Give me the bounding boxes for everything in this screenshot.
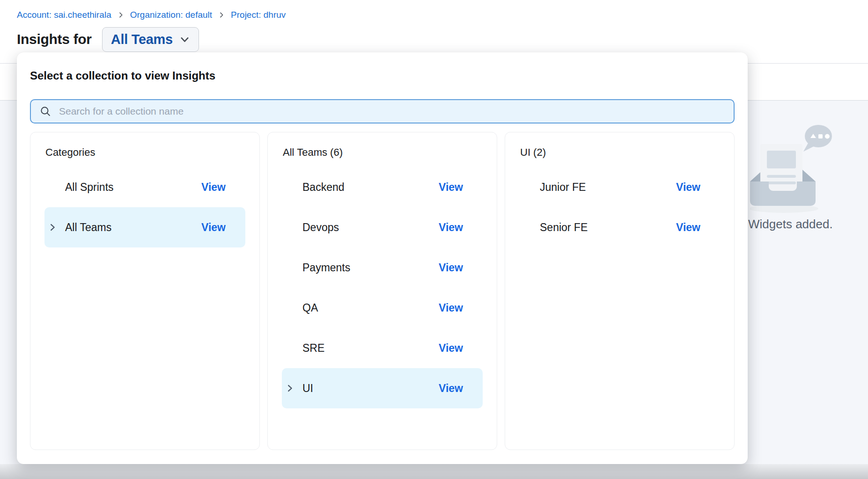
collection-name: Senior FE: [540, 221, 588, 234]
list-item-senior-fe[interactable]: Senior FE View: [519, 207, 720, 247]
collection-picker-modal: Select a collection to view Insights Cat…: [17, 52, 748, 464]
modal-title: Select a collection to view Insights: [30, 69, 735, 82]
list-item-junior-fe[interactable]: Junior FE View: [519, 167, 720, 207]
chevron-right-icon: [47, 222, 58, 232]
view-link[interactable]: View: [676, 181, 700, 194]
view-link[interactable]: View: [439, 302, 463, 314]
collection-name: Backend: [302, 181, 345, 194]
page-title: Insights for: [17, 31, 92, 47]
view-link[interactable]: View: [439, 181, 463, 194]
list-item-qa[interactable]: QA View: [282, 288, 483, 328]
collection-name: All Sprints: [65, 181, 114, 194]
collection-name: Devops: [302, 221, 339, 234]
chevron-right-icon: [117, 11, 125, 19]
panel-title: UI (2): [505, 146, 734, 159]
collection-name: SRE: [302, 342, 324, 355]
breadcrumb-project[interactable]: Project: dhruv: [231, 10, 286, 20]
collection-name: Junior FE: [540, 181, 586, 194]
view-link[interactable]: View: [439, 261, 463, 274]
page-bottom-edge: [0, 464, 868, 479]
panel-title: Categories: [30, 146, 259, 159]
view-link[interactable]: View: [439, 382, 463, 395]
collection-selector-button[interactable]: All Teams: [102, 27, 199, 52]
list-item-all-teams[interactable]: All Teams View: [44, 207, 245, 247]
view-link[interactable]: View: [201, 181, 226, 194]
chevron-right-icon: [218, 11, 225, 19]
speech-bubble-icon: [803, 125, 832, 152]
panel-categories: Categories All Sprints View All Teams Vi…: [30, 132, 260, 450]
search-input[interactable]: [59, 106, 725, 117]
view-link[interactable]: View: [439, 342, 463, 355]
panel-ui: UI (2) Junior FE View Senior FE View: [505, 132, 735, 450]
list-item-backend[interactable]: Backend View: [282, 167, 483, 207]
view-link[interactable]: View: [201, 221, 226, 234]
collection-name: QA: [302, 302, 318, 314]
list-item-all-sprints[interactable]: All Sprints View: [44, 167, 245, 207]
list-item-devops[interactable]: Devops View: [282, 207, 483, 247]
breadcrumb: Account: sai.cheethirala Organization: d…: [17, 10, 286, 20]
collection-name: UI: [302, 382, 313, 395]
chevron-right-icon: [285, 383, 295, 393]
view-link[interactable]: View: [439, 221, 463, 234]
collection-search[interactable]: [30, 99, 735, 123]
search-icon: [39, 105, 59, 117]
list-item-ui[interactable]: UI View: [282, 368, 483, 408]
list-item-payments[interactable]: Payments View: [282, 247, 483, 288]
breadcrumb-organization[interactable]: Organization: default: [130, 10, 212, 20]
breadcrumb-account[interactable]: Account: sai.cheethirala: [17, 10, 111, 20]
collection-name: Payments: [302, 261, 350, 274]
widgets-empty-state: Widgets added.: [748, 121, 868, 232]
collection-columns: Categories All Sprints View All Teams Vi…: [30, 132, 735, 450]
collection-selector-label: All Teams: [111, 32, 173, 47]
panel-title: All Teams (6): [268, 146, 497, 159]
list-item-sre[interactable]: SRE View: [282, 328, 483, 368]
inbox-illustration: [750, 121, 842, 213]
view-link[interactable]: View: [676, 221, 700, 234]
collection-name: All Teams: [65, 221, 111, 234]
chevron-down-icon: [178, 33, 191, 46]
empty-state-text: Widgets added.: [748, 217, 868, 232]
panel-all-teams: All Teams (6) Backend View Devops View P…: [267, 132, 497, 450]
